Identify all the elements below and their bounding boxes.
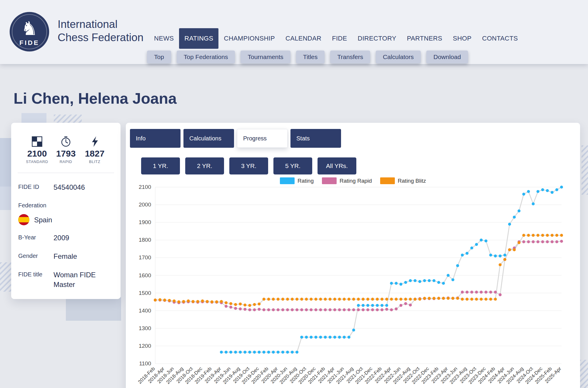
- svg-text:1300: 1300: [139, 325, 151, 331]
- svg-text:1600: 1600: [139, 272, 151, 278]
- nav-item-calendar[interactable]: CALENDAR: [280, 28, 327, 49]
- svg-text:1800: 1800: [139, 237, 151, 243]
- range-1yr-button[interactable]: 1 YR.: [141, 157, 180, 174]
- nav-item-contacts[interactable]: CONTACTS: [477, 28, 523, 49]
- svg-text:2100: 2100: [139, 184, 151, 190]
- fide-id-label: FIDE ID: [18, 182, 54, 192]
- svg-text:1500: 1500: [139, 290, 151, 296]
- rapid-rating-label: RAPID: [52, 159, 79, 164]
- range-2yr-button[interactable]: 2 YR.: [185, 157, 224, 174]
- svg-text:1400: 1400: [139, 308, 151, 314]
- fide-title-label: FIDE title: [18, 270, 54, 289]
- player-profile-card: 2100 STANDARD 1793 RAPID 1827 B: [11, 123, 121, 299]
- subnav-top[interactable]: Top: [147, 51, 171, 63]
- decor-stripes: [582, 145, 588, 195]
- main-nav: NEWS RATINGS CHAMPIONSHIP CALENDAR FIDE …: [149, 28, 523, 49]
- field-fide-id: FIDE ID 54540046: [18, 182, 113, 192]
- clock-icon: [52, 136, 79, 147]
- range-3yr-button[interactable]: 3 YR.: [229, 157, 268, 174]
- federation-value: Spain: [34, 215, 52, 225]
- knight-icon: ♞: [21, 18, 38, 39]
- rating-standard: 2100 STANDARD: [24, 136, 51, 164]
- blitz-rating-label: BLITZ: [81, 159, 108, 164]
- header: ♞ FIDE International Chess Federation NE…: [0, 0, 588, 64]
- byear-value: 2009: [54, 233, 69, 243]
- range-allyrs-button[interactable]: All YRs.: [318, 157, 356, 174]
- svg-text:1900: 1900: [139, 219, 151, 225]
- page-title: Li Chen, Helena Joana: [14, 90, 177, 107]
- spain-flag-icon: [18, 214, 29, 225]
- nav-item-championship[interactable]: CHAMPIONSHIP: [218, 28, 280, 49]
- svg-text:FIDE: FIDE: [19, 39, 39, 46]
- field-gender: Gender Female: [18, 251, 113, 261]
- chart-range-buttons: 1 YR. 2 YR. 3 YR. 5 YR. All YRs.: [141, 157, 356, 174]
- chessboard-icon: [24, 136, 51, 147]
- nav-item-ratings[interactable]: RATINGS: [179, 28, 218, 49]
- brand-line2: Chess Federation: [58, 31, 143, 44]
- fide-logo[interactable]: ♞ FIDE: [9, 11, 50, 52]
- tab-progress[interactable]: Progress: [237, 129, 288, 148]
- svg-text:2000: 2000: [139, 201, 151, 208]
- field-byear: B-Year 2009: [18, 233, 113, 243]
- nav-item-news[interactable]: NEWS: [149, 28, 179, 49]
- svg-text:1700: 1700: [139, 254, 151, 261]
- brand-line1: International: [58, 18, 143, 31]
- ratings-summary: 2100 STANDARD 1793 RAPID 1827 B: [11, 123, 121, 164]
- field-fide-title: FIDE title Woman FIDE Master: [18, 270, 113, 289]
- tab-stats[interactable]: Stats: [290, 129, 341, 148]
- subnav-titles[interactable]: Titles: [296, 51, 325, 63]
- fide-title-value: Woman FIDE Master: [54, 270, 113, 289]
- nav-item-fide[interactable]: FIDE: [327, 28, 352, 49]
- profile-fields: FIDE ID 54540046 Federation Spain B-Year…: [11, 173, 121, 289]
- svg-text:1100: 1100: [139, 360, 151, 367]
- tab-calculations[interactable]: Calculations: [183, 129, 234, 148]
- gender-label: Gender: [18, 251, 54, 261]
- tab-info[interactable]: Info: [130, 129, 181, 148]
- range-5yr-button[interactable]: 5 YR.: [273, 157, 312, 174]
- standard-rating-label: STANDARD: [24, 159, 51, 164]
- subnav-download[interactable]: Download: [426, 51, 468, 63]
- fide-id-value: 54540046: [54, 182, 85, 192]
- byear-label: B-Year: [18, 233, 54, 243]
- gender-value: Female: [54, 251, 77, 261]
- subnav-calculators[interactable]: Calculators: [376, 51, 421, 63]
- federation-label: Federation: [18, 201, 54, 209]
- svg-text:1200: 1200: [139, 343, 151, 349]
- standard-rating-value: 2100: [24, 149, 51, 159]
- rating-progress-card: Info Calculations Progress Stats 1 YR. 2…: [126, 123, 580, 388]
- profile-tabs: Info Calculations Progress Stats: [130, 129, 341, 148]
- blitz-rating-value: 1827: [81, 149, 108, 159]
- decor-square: [66, 297, 121, 321]
- brand-name: International Chess Federation: [58, 18, 143, 44]
- lightning-icon: [81, 136, 108, 147]
- subnav-tournaments[interactable]: Tournaments: [240, 51, 290, 63]
- nav-item-shop[interactable]: SHOP: [447, 28, 477, 49]
- nav-item-partners[interactable]: PARTNERS: [402, 28, 447, 49]
- subnav-transfers[interactable]: Transfers: [330, 51, 370, 63]
- rating-blitz: 1827 BLITZ: [81, 136, 108, 164]
- rating-progress-chart: 1100120013001400150016001700180019002000…: [129, 180, 570, 388]
- rating-rapid: 1793 RAPID: [52, 136, 79, 164]
- nav-item-directory[interactable]: DIRECTORY: [353, 28, 402, 49]
- subnav-top-federations[interactable]: Top Federations: [177, 51, 235, 63]
- rapid-rating-value: 1793: [52, 149, 79, 159]
- field-federation: Federation Spain: [18, 201, 113, 225]
- ratings-subnav: Top Top Federations Tournaments Titles T…: [147, 51, 468, 63]
